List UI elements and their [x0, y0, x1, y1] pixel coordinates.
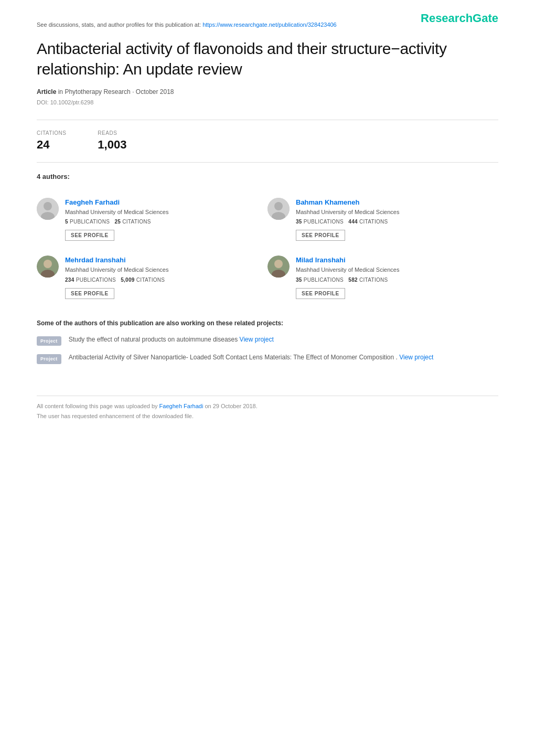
svg-point-1	[44, 202, 52, 210]
see-profile-button-3[interactable]: SEE PROFILE	[296, 288, 345, 299]
stats-row: CITATIONS 24 READS 1,003	[37, 130, 498, 153]
page-title: Antibacterial activity of flavonoids and…	[37, 38, 498, 79]
author-institution-3: Mashhad University of Medical Sciences	[296, 266, 498, 274]
authors-heading: 4 authors:	[37, 172, 498, 182]
project-badge-1: Project	[37, 354, 61, 364]
brand-logo: ResearchGate	[421, 10, 498, 27]
divider-2	[37, 162, 498, 163]
author-info-1: Bahman Khameneh Mashhad University of Me…	[296, 198, 498, 241]
author-top-2: Mehrdad Iranshahi Mashhad University of …	[37, 255, 268, 299]
project-row-1: Project Antibacterial Activity of Silver…	[37, 353, 498, 364]
avatar-3	[268, 255, 290, 278]
authors-grid: Faegheh Farhadi Mashhad University of Me…	[37, 190, 498, 306]
author-info-2: Mehrdad Iranshahi Mashhad University of …	[65, 255, 268, 299]
project-description-1: Antibacterial Activity of Silver Nanopar…	[69, 354, 398, 361]
author-info-3: Milad Iranshahi Mashhad University of Me…	[296, 255, 498, 299]
author-card-3: Milad Iranshahi Mashhad University of Me…	[268, 248, 498, 306]
svg-point-4	[274, 202, 283, 210]
citations-block: CITATIONS 24	[37, 130, 66, 153]
article-date: October 2018	[136, 88, 174, 95]
top-link-text: See discussions, stats, and author profi…	[37, 22, 201, 28]
project-row-0: Project Study the effect of natural prod…	[37, 335, 498, 346]
author-stats-0: 5 PUBLICATIONS 25 CITATIONS	[65, 218, 268, 226]
author-institution-2: Mashhad University of Medical Sciences	[65, 266, 268, 274]
avatar-1	[268, 198, 290, 220]
svg-point-7	[44, 260, 52, 268]
footer-upload-date: on 29 October 2018.	[205, 403, 257, 409]
svg-point-10	[274, 260, 283, 268]
footer-upload-prefix: All content following this page was uplo…	[37, 403, 158, 409]
author-name-3[interactable]: Milad Iranshahi	[296, 256, 346, 264]
article-period: ·	[132, 88, 134, 95]
footer-uploader-link[interactable]: Faegheh Farhadi	[159, 403, 204, 409]
author-card-1: Bahman Khameneh Mashhad University of Me…	[268, 190, 498, 249]
author-name-2[interactable]: Mehrdad Iranshahi	[65, 256, 126, 264]
see-profile-button-0[interactable]: SEE PROFILE	[65, 230, 114, 241]
author-institution-1: Mashhad University of Medical Sciences	[296, 208, 498, 216]
see-profile-button-1[interactable]: SEE PROFILE	[296, 230, 345, 241]
author-card-0: Faegheh Farhadi Mashhad University of Me…	[37, 190, 268, 249]
doi-text: DOI: 10.1002/ptr.6298	[37, 99, 498, 107]
citations-value: 24	[37, 137, 66, 153]
project-link-1[interactable]: View project	[399, 354, 433, 361]
footer-note: The user has requested enhancement of th…	[37, 412, 498, 420]
author-stats-2: 234 PUBLICATIONS 5,009 CITATIONS	[65, 276, 268, 284]
project-link-0[interactable]: View project	[240, 336, 274, 343]
citations-label: CITATIONS	[37, 130, 66, 137]
author-top-1: Bahman Khameneh Mashhad University of Me…	[268, 198, 498, 241]
related-heading: Some of the authors of this publication …	[37, 319, 498, 328]
project-badge-0: Project	[37, 336, 61, 346]
author-stats-1: 35 PUBLICATIONS 444 CITATIONS	[296, 218, 498, 226]
project-description-0: Study the effect of natural products on …	[69, 336, 238, 343]
reads-value: 1,003	[98, 137, 126, 153]
avatar-0	[37, 198, 59, 220]
page-wrapper: ResearchGate See discussions, stats, and…	[16, 0, 519, 454]
author-card-2: Mehrdad Iranshahi Mashhad University of …	[37, 248, 268, 306]
footer-divider	[37, 396, 498, 396]
author-name-0[interactable]: Faegheh Farhadi	[65, 198, 120, 206]
article-journal: Phytotherapy Research	[65, 88, 130, 95]
article-in: in	[58, 88, 63, 95]
author-top-3: Milad Iranshahi Mashhad University of Me…	[268, 255, 498, 299]
reads-block: READS 1,003	[98, 130, 126, 153]
author-stats-3: 35 PUBLICATIONS 582 CITATIONS	[296, 276, 498, 284]
footer-upload-text: All content following this page was uplo…	[37, 402, 498, 410]
author-institution-0: Mashhad University of Medical Sciences	[65, 208, 268, 216]
author-top-0: Faegheh Farhadi Mashhad University of Me…	[37, 198, 268, 241]
avatar-2	[37, 255, 59, 278]
publication-url[interactable]: https://www.researchgate.net/publication…	[202, 22, 337, 28]
author-info-0: Faegheh Farhadi Mashhad University of Me…	[65, 198, 268, 241]
divider-1	[37, 120, 498, 120]
article-meta: Article in Phytotherapy Research · Octob…	[37, 88, 498, 97]
author-name-1[interactable]: Bahman Khameneh	[296, 198, 359, 206]
article-type: Article	[37, 88, 56, 95]
see-profile-button-2[interactable]: SEE PROFILE	[65, 288, 114, 299]
project-text-0: Study the effect of natural products on …	[69, 335, 274, 344]
project-text-1: Antibacterial Activity of Silver Nanopar…	[69, 353, 434, 362]
reads-label: READS	[98, 130, 126, 137]
